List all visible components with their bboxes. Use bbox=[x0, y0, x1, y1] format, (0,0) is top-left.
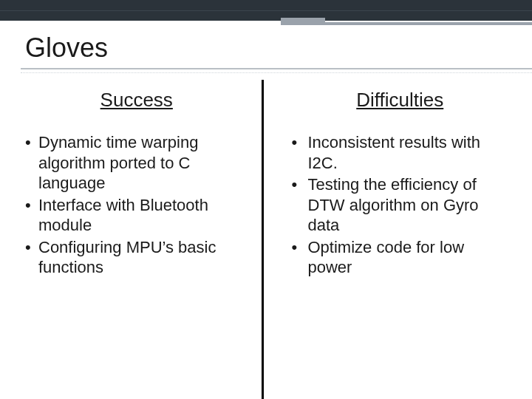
list-item: Optimize code for low power bbox=[289, 237, 512, 278]
content-area: Success Dynamic time warping algorithm p… bbox=[0, 80, 532, 399]
title-underline bbox=[21, 68, 532, 73]
heading-difficulties: Difficulties bbox=[289, 89, 512, 112]
heading-success: Success bbox=[25, 89, 248, 112]
column-difficulties: Difficulties Inconsistent results with I… bbox=[264, 80, 533, 399]
difficulties-list: Inconsistent results with I2C. Testing t… bbox=[289, 132, 512, 278]
top-decor-band bbox=[0, 0, 532, 21]
list-item: Configuring MPU’s basic functions bbox=[25, 237, 248, 278]
list-item: Interface with Bluetooth module bbox=[25, 195, 248, 236]
top-accent-strip bbox=[281, 22, 532, 25]
list-item: Inconsistent results with I2C. bbox=[289, 132, 512, 173]
slide-title: Gloves bbox=[25, 33, 108, 64]
slide: Gloves Success Dynamic time warping algo… bbox=[0, 0, 532, 399]
list-item: Testing the efficiency of DTW algorithm … bbox=[289, 174, 512, 236]
success-list: Dynamic time warping algorithm ported to… bbox=[25, 132, 248, 278]
column-success: Success Dynamic time warping algorithm p… bbox=[0, 80, 264, 399]
list-item: Dynamic time warping algorithm ported to… bbox=[25, 132, 248, 194]
